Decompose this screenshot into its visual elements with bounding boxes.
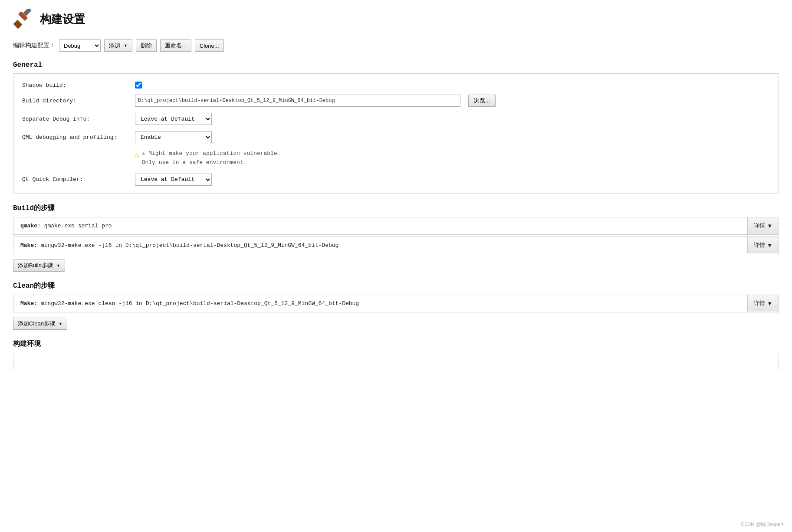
rename-button[interactable]: 重命名... xyxy=(160,39,191,52)
build-directory-input[interactable] xyxy=(135,95,460,107)
build-step-make-content: Make: mingw32-make.exe -j16 in D:\qt_pro… xyxy=(13,237,747,254)
build-directory-label: Build directory: xyxy=(22,98,131,104)
watermark: CSDN @物理expert xyxy=(741,521,783,528)
general-card: Shadow build: Build directory: 浏览... Sep… xyxy=(13,73,779,194)
qml-debug-label: QML debugging and profiling: xyxy=(22,134,131,141)
shadow-build-label: Shadow build: xyxy=(22,82,131,89)
add-button[interactable]: 添加 xyxy=(104,39,132,52)
clean-details-label: 详情 xyxy=(754,299,765,307)
clean-make-label: Make: xyxy=(20,300,37,307)
build-directory-row: Build directory: 浏览... xyxy=(22,95,770,107)
clean-steps-container: Make: mingw32-make.exe clean -j16 in D:\… xyxy=(13,295,779,330)
warning-row: ⚠ ⚠ Might make your application vulnerab… xyxy=(135,149,770,167)
qml-debug-row: QML debugging and profiling: Enable Disa… xyxy=(22,131,770,143)
page-title: 构建设置 xyxy=(40,12,85,27)
build-step-make-details[interactable]: 详情 ▼ xyxy=(747,237,779,253)
separate-debug-label: Separate Debug Info: xyxy=(22,116,131,122)
make-command: mingw32-make.exe -j16 in D:\qt_project\b… xyxy=(41,242,339,249)
add-clean-step-button[interactable]: 添加Clean步骤 xyxy=(13,318,67,330)
browse-button[interactable]: 浏览... xyxy=(468,95,496,107)
qmake-label: qmake: xyxy=(20,223,41,229)
shadow-build-checkbox[interactable] xyxy=(135,82,142,89)
config-select[interactable]: Debug Release Profile xyxy=(59,39,101,52)
build-env-card xyxy=(13,353,779,370)
separate-debug-select[interactable]: Leave at Default Enable Disable xyxy=(135,113,212,125)
build-step-make: Make: mingw32-make.exe -j16 in D:\qt_pro… xyxy=(13,236,779,254)
make-label: Make: xyxy=(20,242,37,249)
qt-quick-row: Qt Quick Compiler: Leave at Default Enab… xyxy=(22,174,770,186)
build-steps-section-title: Build的步骤 xyxy=(13,204,779,213)
config-row: 编辑构建配置： Debug Release Profile 添加 删除 重命名.… xyxy=(13,39,779,52)
build-step-qmake: qmake: qmake.exe serial.pro 详情 ▼ xyxy=(13,217,779,235)
qmake-command: qmake.exe serial.pro xyxy=(44,223,112,229)
clean-steps-section-title: Clean的步骤 xyxy=(13,281,779,290)
header-row: 构建设置 xyxy=(13,9,779,35)
clone-button[interactable]: Clone... xyxy=(195,39,224,52)
separate-debug-row: Separate Debug Info: Leave at Default En… xyxy=(22,113,770,125)
build-env-section-title: 构建环境 xyxy=(13,339,779,348)
clean-make-command: mingw32-make.exe clean -j16 in D:\qt_pro… xyxy=(41,300,359,307)
clean-details-arrow: ▼ xyxy=(767,300,772,307)
add-build-step-button[interactable]: 添加Build步骤 xyxy=(13,259,65,272)
clean-step-make-details[interactable]: 详情 ▼ xyxy=(747,295,779,312)
build-step-qmake-content: qmake: qmake.exe serial.pro xyxy=(13,217,747,234)
shadow-build-row: Shadow build: xyxy=(22,82,770,89)
shadow-build-checkbox-wrapper xyxy=(135,82,142,89)
hammer-icon xyxy=(13,9,34,30)
config-label: 编辑构建配置： xyxy=(13,42,56,49)
page-wrapper: 构建设置 编辑构建配置： Debug Release Profile 添加 删除… xyxy=(0,0,792,532)
warning-text: ⚠ Might make your application vulnerable… xyxy=(142,149,281,167)
clean-step-make: Make: mingw32-make.exe clean -j16 in D:\… xyxy=(13,295,779,312)
clean-step-make-content: Make: mingw32-make.exe clean -j16 in D:\… xyxy=(13,295,747,312)
make-details-label: 详情 xyxy=(754,241,765,249)
build-step-qmake-details[interactable]: 详情 ▼ xyxy=(747,217,779,234)
qt-quick-label: Qt Quick Compiler: xyxy=(22,176,131,183)
delete-button[interactable]: 删除 xyxy=(136,39,157,52)
warning-icon: ⚠ xyxy=(135,150,139,158)
qml-debug-select[interactable]: Enable Disable Leave at Default xyxy=(135,131,212,143)
general-section-title: General xyxy=(13,61,779,69)
qt-quick-select[interactable]: Leave at Default Enable Disable xyxy=(135,174,212,186)
qmake-details-label: 详情 xyxy=(754,222,765,230)
svg-rect-0 xyxy=(13,20,22,29)
make-details-arrow: ▼ xyxy=(767,242,772,249)
qmake-details-arrow: ▼ xyxy=(767,223,772,229)
build-steps-container: qmake: qmake.exe serial.pro 详情 ▼ Make: m… xyxy=(13,217,779,272)
